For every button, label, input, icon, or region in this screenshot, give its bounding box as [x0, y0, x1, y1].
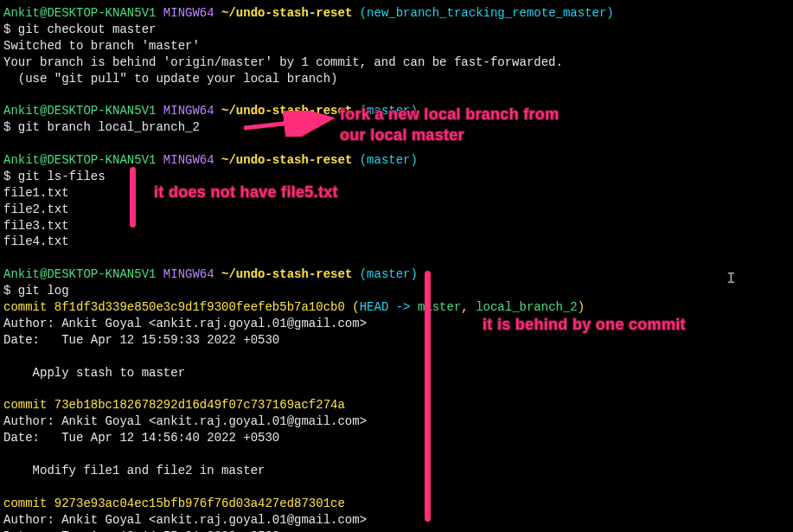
svg-line-1 — [244, 119, 323, 128]
prompt-line-1: Ankit@DESKTOP-KNAN5V1 MINGW64 ~/undo-sta… — [3, 5, 790, 22]
command-ls-files: $ git ls-files — [3, 169, 790, 185]
file-item: file2.txt — [3, 202, 790, 218]
commit-message: Modify file1 and file2 in master — [3, 463, 790, 479]
commit-date: Date: Tue Apr 12 14:55:21 2022 +0530 — [3, 529, 790, 533]
annotation-fork: fork a new local branch from our local m… — [340, 104, 559, 146]
command-checkout: $ git checkout master — [3, 22, 790, 38]
prompt-line-4: Ankit@DESKTOP-KNAN5V1 MINGW64 ~/undo-sta… — [3, 266, 790, 283]
env: MINGW64 — [163, 6, 214, 20]
annotation-bar-icon — [425, 271, 431, 522]
prompt-line-3: Ankit@DESKTOP-KNAN5V1 MINGW64 ~/undo-sta… — [3, 152, 790, 169]
path: ~/undo-stash-reset — [221, 6, 352, 20]
commit-line: commit 73eb18bc182678292d16d49f07c737169… — [3, 397, 790, 413]
annotation-no-file5: it does not have file5.txt — [154, 182, 338, 202]
commit-author: Author: Ankit Goyal <ankit.raj.goyal.01@… — [3, 413, 790, 430]
commit-date: Date: Tue Apr 12 14:56:40 2022 +0530 — [3, 430, 790, 446]
commit-message: Apply stash to master — [3, 365, 790, 381]
annotation-behind: it is behind by one commit — [483, 314, 686, 335]
command-log: $ git log — [3, 283, 790, 299]
file-item: file3.txt — [3, 218, 790, 234]
file-item: file4.txt — [3, 234, 790, 250]
file-item: file1.txt — [3, 185, 790, 202]
arrow-icon — [240, 111, 336, 137]
text-cursor-icon: I — [726, 268, 736, 289]
output-hint: (use "git pull" to update your local bra… — [3, 71, 790, 87]
output-behind: Your branch is behind 'origin/master' by… — [3, 54, 790, 71]
annotation-bar-icon — [130, 167, 136, 228]
user-host: Ankit@DESKTOP-KNAN5V1 — [3, 6, 156, 20]
commit-line: commit 9273e93ac04ec15bfb976f76d03a427ed… — [3, 496, 790, 512]
output-switched: Switched to branch 'master' — [3, 38, 790, 54]
branch: (new_branch_tracking_remote_master) — [360, 6, 614, 20]
commit-author: Author: Ankit Goyal <ankit.raj.goyal.01@… — [3, 512, 790, 529]
